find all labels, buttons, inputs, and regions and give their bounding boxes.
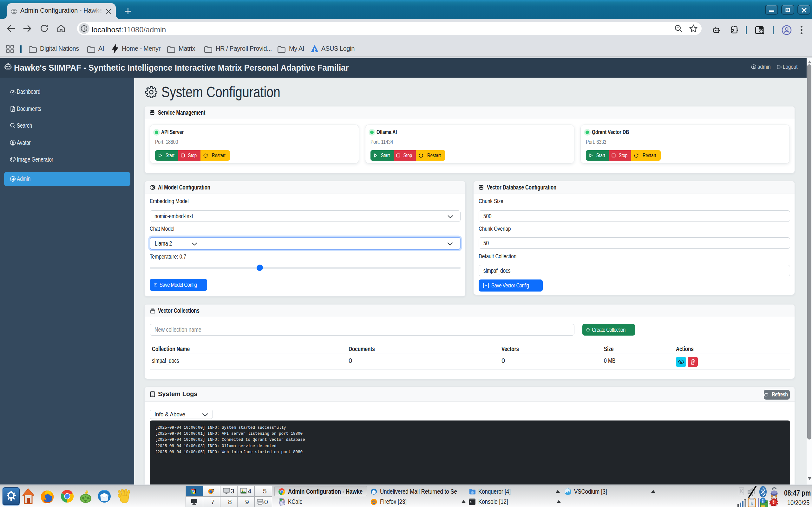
svg-text:k: k: [751, 501, 753, 507]
